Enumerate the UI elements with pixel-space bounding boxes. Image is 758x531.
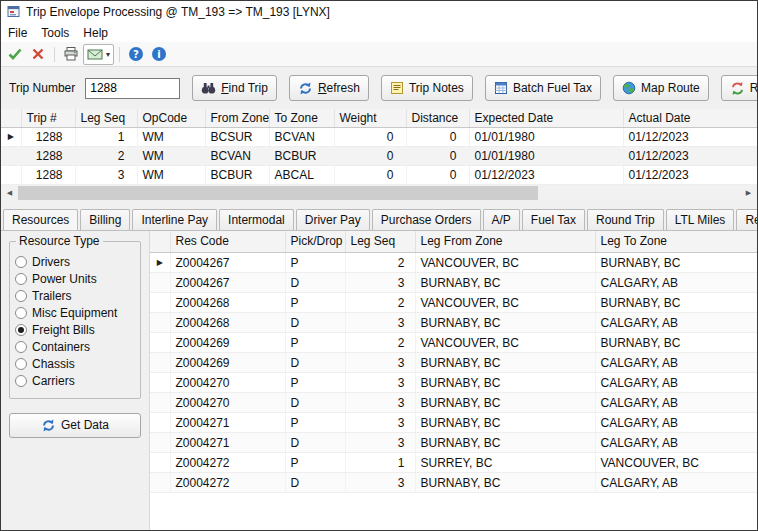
cell[interactable]: 1288 (21, 146, 75, 165)
cell[interactable]: Z0004272 (170, 453, 285, 473)
cell[interactable]: Z0004270 (170, 393, 285, 413)
tab-a-p[interactable]: A/P (483, 209, 520, 230)
tab-driver-pay[interactable]: Driver Pay (296, 209, 370, 230)
radio-option-carriers[interactable]: Carriers (15, 373, 135, 390)
radio-option-power-units[interactable]: Power Units (15, 271, 135, 288)
cell[interactable]: 0 (406, 127, 469, 146)
scroll-right-arrow-icon[interactable]: ▶ (740, 185, 757, 201)
cell[interactable]: P (285, 333, 345, 353)
batch-fuel-tax-button[interactable]: Batch Fuel Tax (485, 75, 601, 101)
table-row[interactable]: Z0004270D3BURNABY, BCCALGARY, AB (150, 393, 757, 413)
cell[interactable]: 01/12/2023 (623, 165, 757, 184)
cell[interactable]: Z0004267 (170, 273, 285, 293)
column-header-from-zone[interactable]: From Zone (205, 109, 269, 127)
cell[interactable]: WM (137, 146, 205, 165)
table-row[interactable]: Z0004270P3BURNABY, BCCALGARY, AB (150, 373, 757, 393)
column-header-weight[interactable]: Weight (334, 109, 406, 127)
tab-fuel-tax[interactable]: Fuel Tax (522, 209, 585, 230)
cell[interactable]: 01/12/2023 (469, 165, 623, 184)
cell[interactable]: D (285, 473, 345, 493)
column-header-leg-to-zone[interactable]: Leg To Zone (595, 231, 757, 253)
radio-option-drivers[interactable]: Drivers (15, 254, 135, 271)
column-header-actual-date[interactable]: Actual Date (623, 109, 757, 127)
cell[interactable]: D (285, 353, 345, 373)
cell[interactable]: BCVAN (205, 146, 269, 165)
cell[interactable]: Z0004272 (170, 473, 285, 493)
cell[interactable]: P (285, 253, 345, 273)
cell[interactable]: 3 (345, 473, 415, 493)
cell[interactable]: D (285, 393, 345, 413)
cell[interactable]: BURNABY, BC (595, 253, 757, 273)
cell[interactable]: BURNABY, BC (415, 413, 595, 433)
cell[interactable]: Z0004271 (170, 413, 285, 433)
cell[interactable]: 3 (345, 433, 415, 453)
scroll-left-arrow-icon[interactable]: ◀ (1, 185, 18, 201)
cell[interactable]: BCVAN (269, 127, 334, 146)
cell[interactable]: BURNABY, BC (595, 333, 757, 353)
cell[interactable]: CALGARY, AB (595, 473, 757, 493)
cell[interactable]: 3 (345, 393, 415, 413)
cell[interactable]: 1 (75, 127, 137, 146)
table-row[interactable]: Z0004268P2VANCOUVER, BCBURNABY, BC (150, 293, 757, 313)
cell[interactable]: CALGARY, AB (595, 313, 757, 333)
cell[interactable]: Z0004268 (170, 313, 285, 333)
cell[interactable]: 3 (345, 373, 415, 393)
menu-file[interactable]: File (1, 25, 34, 41)
column-header-leg-from-zone[interactable]: Leg From Zone (415, 231, 595, 253)
cell[interactable]: 3 (345, 413, 415, 433)
cell[interactable]: 0 (334, 127, 406, 146)
resource-grid[interactable]: Res CodePick/DropLeg SeqLeg From ZoneLeg… (150, 231, 757, 494)
radio-option-trailers[interactable]: Trailers (15, 288, 135, 305)
cell[interactable]: 0 (406, 165, 469, 184)
cell[interactable]: 2 (345, 333, 415, 353)
tab-interline-pay[interactable]: Interline Pay (132, 209, 217, 230)
cell[interactable]: WM (137, 127, 205, 146)
scrollbar-thumb[interactable] (18, 186, 538, 200)
column-header-opcode[interactable]: OpCode (137, 109, 205, 127)
cell[interactable]: BURNABY, BC (415, 273, 595, 293)
tab-ltl-miles[interactable]: LTL Miles (666, 209, 735, 230)
trip-number-input[interactable] (85, 78, 180, 99)
column-header-trip[interactable]: Trip # (21, 109, 75, 127)
cell[interactable]: 3 (345, 313, 415, 333)
menu-help[interactable]: Help (76, 25, 115, 41)
cell[interactable]: CALGARY, AB (595, 273, 757, 293)
table-row[interactable]: Z0004269P2VANCOUVER, BCBURNABY, BC (150, 333, 757, 353)
cell[interactable]: 3 (75, 165, 137, 184)
table-row[interactable]: Z0004272D3BURNABY, BCCALGARY, AB (150, 473, 757, 493)
cell[interactable]: D (285, 313, 345, 333)
menu-tools[interactable]: Tools (34, 25, 76, 41)
cell[interactable]: 0 (334, 146, 406, 165)
column-header-leg-seq[interactable]: Leg Seq (75, 109, 137, 127)
cell[interactable]: 2 (75, 146, 137, 165)
cell[interactable]: 01/01/1980 (469, 127, 623, 146)
cell[interactable]: CALGARY, AB (595, 413, 757, 433)
cell[interactable]: 1 (345, 453, 415, 473)
cell[interactable]: BURNABY, BC (595, 293, 757, 313)
column-header-pick-drop[interactable]: Pick/Drop (285, 231, 345, 253)
cell[interactable]: P (285, 373, 345, 393)
table-row[interactable]: 12882WMBCVANBCBUR0001/01/198001/12/2023 (1, 146, 757, 165)
cell[interactable]: VANCOUVER, BC (415, 333, 595, 353)
get-data-button[interactable]: Get Data (9, 413, 141, 438)
cell[interactable]: 2 (345, 293, 415, 313)
column-header-distance[interactable]: Distance (406, 109, 469, 127)
cell[interactable]: Z0004267 (170, 253, 285, 273)
cell[interactable]: 01/01/1980 (469, 146, 623, 165)
cell[interactable]: P (285, 293, 345, 313)
map-route-button[interactable]: Map Route (613, 75, 709, 101)
cell[interactable]: D (285, 273, 345, 293)
cell[interactable]: 0 (334, 165, 406, 184)
table-row[interactable]: ▶Z0004267P2VANCOUVER, BCBURNABY, BC (150, 253, 757, 273)
cell[interactable]: VANCOUVER, BC (415, 253, 595, 273)
tab-review-status[interactable]: Review Status (736, 209, 757, 230)
cell[interactable]: CALGARY, AB (595, 433, 757, 453)
cell[interactable]: VANCOUVER, BC (595, 453, 757, 473)
cell[interactable]: SURREY, BC (415, 453, 595, 473)
cell[interactable]: Z0004268 (170, 293, 285, 313)
cell[interactable]: BURNABY, BC (415, 373, 595, 393)
cell[interactable]: CALGARY, AB (595, 393, 757, 413)
cell[interactable]: BURNABY, BC (415, 353, 595, 373)
cell[interactable]: Z0004271 (170, 433, 285, 453)
trip-notes-button[interactable]: Trip Notes (381, 75, 473, 101)
